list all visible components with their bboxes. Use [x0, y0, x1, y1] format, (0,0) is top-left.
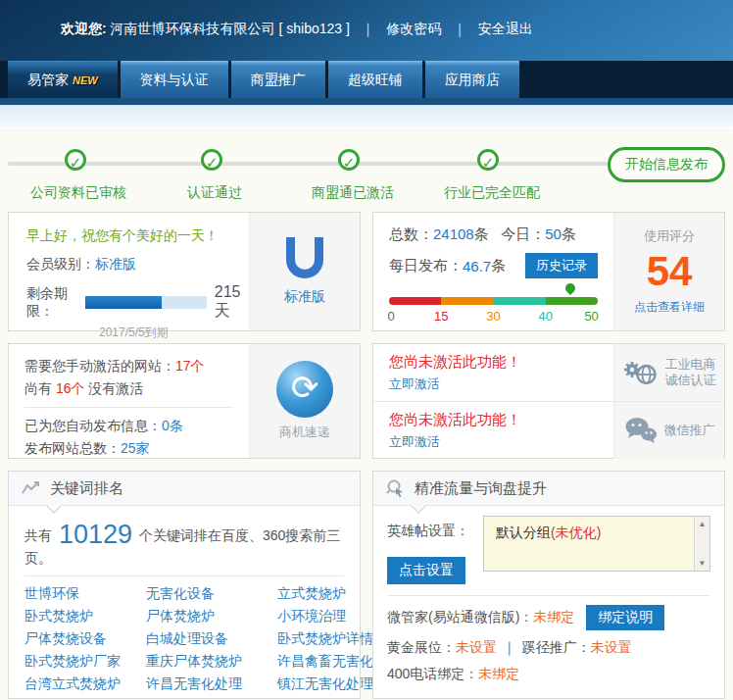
- gear-globe-icon: [623, 358, 659, 387]
- feature-message: 您尚未激活此功能！: [389, 353, 598, 372]
- keyword-link[interactable]: 小环境治理: [277, 608, 373, 625]
- badge-label[interactable]: 标准版: [284, 288, 325, 306]
- industry-ecommerce-cert-box[interactable]: 工业电商 诚信认证: [613, 344, 724, 401]
- tab-alliance-promo[interactable]: 商盟推广: [231, 61, 325, 98]
- not-activated-line: 尚有 16个 没有激活: [24, 377, 233, 400]
- manual-activation-line: 需要您手动激活的网站：17个: [24, 355, 233, 377]
- keyword-count: 10129: [56, 520, 135, 549]
- change-password-link[interactable]: 修改密码: [386, 21, 441, 36]
- u-logo-icon: [286, 237, 323, 278]
- publish-stats-panel: 总数：24108条 今日：50条 每日发布：46.7条 历史记录: [372, 212, 725, 331]
- new-badge: NEW: [73, 75, 98, 86]
- feature-message: 您尚未激活此功能！: [389, 411, 598, 429]
- phone-bind-status: 未绑定: [478, 666, 519, 683]
- scale-segment-red: [389, 297, 441, 305]
- scale-segment-teal: [494, 297, 546, 305]
- daily-publish-scale: 0 15 30 40 50: [389, 297, 598, 325]
- remain-label: 剩余期限：: [26, 285, 83, 321]
- keyword-link[interactable]: 重庆尸体焚烧炉: [146, 653, 271, 671]
- activate-now-link[interactable]: 立即激活: [389, 433, 440, 451]
- scroll-up-icon[interactable]: ▲: [699, 520, 707, 528]
- tab-super-shop[interactable]: 超级旺铺: [328, 61, 422, 98]
- site-total-label: 发布网站总数：: [24, 440, 121, 456]
- check-icon: ✓: [338, 149, 360, 171]
- level-label: 会员级别：: [26, 256, 95, 272]
- not-activated-pre: 尚有: [24, 380, 56, 396]
- tab-yiguanjia[interactable]: 易管家NEW: [8, 61, 118, 98]
- keyword-link[interactable]: 立式焚烧炉: [277, 585, 373, 603]
- bind-help-button[interactable]: 绑定说明: [586, 605, 664, 630]
- remaining-progress-bar: [85, 296, 207, 309]
- keyword-link[interactable]: 台湾立式焚烧炉: [24, 675, 140, 693]
- auto-publish-label: 已为您自动发布信息：: [24, 418, 162, 433]
- keyword-link[interactable]: 尸体焚烧炉: [146, 608, 271, 625]
- group-name: 默认分组: [496, 525, 551, 540]
- daily-value: 46.7: [463, 258, 491, 275]
- gold-booth-label: 黄金展位：: [387, 639, 456, 657]
- total-unit: 条: [474, 225, 489, 242]
- path-promo-label: 蹊径推广：: [522, 639, 591, 657]
- hero-group-listbox[interactable]: 默认分组(未优化) ▲ ▼: [483, 516, 710, 572]
- membership-panel: 早上好，祝您有个美好的一天！ 会员级别：标准版 剩余期限： 215天 2017/…: [8, 212, 361, 331]
- today-value: 50: [545, 225, 562, 242]
- feature-row-wechat: 您尚未激活此功能！ 立即激活: [373, 402, 724, 459]
- auto-publish-count[interactable]: 0条: [162, 418, 183, 433]
- keyword-link[interactable]: 许昌禽畜无害化: [277, 653, 373, 671]
- click-setting-button[interactable]: 点击设置: [387, 557, 465, 584]
- daily-label: 每日发布：: [389, 257, 463, 275]
- divider: [24, 575, 344, 576]
- tab-label: 商盟推广: [251, 72, 306, 87]
- usage-score-box: 使用评分 54 点击查看详细: [613, 213, 724, 330]
- score-detail-link[interactable]: 点击查看详细: [634, 299, 705, 316]
- keyword-link[interactable]: 世博环保: [24, 585, 140, 603]
- keyword-link[interactable]: 无害化设备: [146, 585, 271, 603]
- separator: ｜: [453, 21, 466, 36]
- site-total-count[interactable]: 25家: [121, 440, 150, 456]
- keyword-link[interactable]: 卧式焚烧炉厂家: [24, 653, 140, 671]
- wechat-icon: [624, 417, 658, 444]
- scale-segment-orange: [441, 297, 493, 305]
- scale-tick: 50: [584, 309, 598, 324]
- tab-label: 资料与认证: [140, 72, 209, 87]
- scale-marker-pin: [563, 281, 577, 295]
- keyword-link[interactable]: 尸体焚烧设备: [24, 630, 140, 648]
- wechat-promo-box[interactable]: 微信推广: [613, 402, 724, 459]
- scale-tick: 15: [434, 309, 448, 324]
- divider: [24, 407, 233, 408]
- phone-bind-label: 400电话绑定：: [387, 666, 478, 683]
- logout-link[interactable]: 安全退出: [478, 21, 533, 36]
- step-label-cert: 认证通过: [187, 184, 242, 202]
- tab-app-store[interactable]: 应用商店: [425, 61, 519, 98]
- keyword-link[interactable]: 白城处理设备: [146, 630, 271, 648]
- total-label: 总数：: [389, 225, 433, 242]
- keyword-link[interactable]: 卧式焚烧炉: [24, 608, 140, 625]
- tab-label: 应用商店: [445, 72, 500, 87]
- keyword-grid: 世博环保 无害化设备 立式焚烧炉 卧式焚烧炉 尸体焚烧炉 小环境治理 尸体焚烧设…: [24, 585, 344, 693]
- check-icon: ✓: [65, 149, 86, 171]
- level-value-link[interactable]: 标准版: [95, 256, 136, 272]
- keyword-link[interactable]: 镇江无害化处理: [277, 675, 373, 693]
- history-button[interactable]: 历史记录: [525, 253, 598, 278]
- keyword-link[interactable]: 卧式焚烧炉详情: [277, 630, 373, 648]
- keyword-link[interactable]: 许昌无害化处理: [146, 675, 271, 693]
- tab-credentials[interactable]: 资料与认证: [121, 61, 228, 98]
- score-value: 54: [647, 249, 693, 294]
- scroll-down-icon[interactable]: ▼: [699, 559, 707, 568]
- activate-now-link[interactable]: 立即激活: [389, 375, 440, 393]
- expire-date: 2017/5/5到期: [99, 325, 249, 341]
- today-unit: 条: [562, 225, 576, 242]
- separator: ｜: [503, 639, 516, 657]
- start-publish-button[interactable]: 开始信息发布: [608, 147, 725, 182]
- business-express-label: 商机速递: [279, 424, 330, 441]
- manual-activation-count: 17个: [175, 358, 205, 374]
- step-label-profile: 公司资料已审核: [30, 184, 126, 202]
- wechat-manager-row: 微管家(易站通微信版)：未绑定 绑定说明: [387, 605, 710, 630]
- separator: ｜: [362, 21, 375, 36]
- greeting-text: 早上好，祝您有个美好的一天！: [26, 227, 249, 245]
- not-activated-count: 16个: [56, 380, 85, 396]
- side-label-line2: 诚信认证: [665, 373, 716, 388]
- listbox-scrollbar[interactable]: ▲ ▼: [694, 517, 709, 571]
- business-express-box[interactable]: ⟳ 商机速递: [249, 344, 360, 458]
- welcome-label: 欢迎您:: [61, 21, 107, 36]
- main-nav: 易管家NEW 资料与认证 商盟推广 超级旺铺 应用商店: [0, 61, 733, 98]
